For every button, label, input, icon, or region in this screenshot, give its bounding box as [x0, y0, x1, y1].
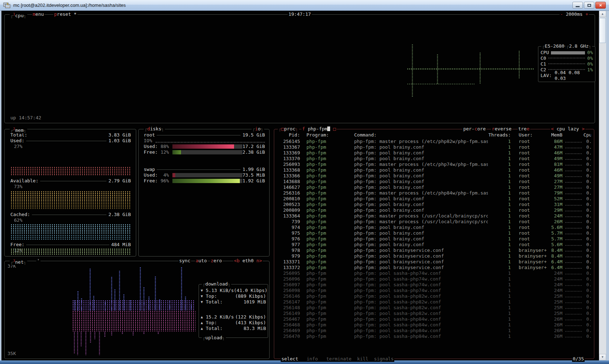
process-row[interactable]: 256468php-fpmphp-fpm: pool sasha-php84w.… — [278, 322, 591, 328]
signals-action[interactable]: signals — [374, 356, 394, 361]
process-row[interactable]: 133369php-fpmphp-fpm: pool brainy.conf1r… — [278, 150, 591, 156]
preset-button[interactable]: preset * — [53, 11, 77, 17]
process-row[interactable]: 143688php-fpmphp-fpm: pool brainy.conf1r… — [278, 179, 591, 185]
sort-left-button[interactable]: < — [551, 126, 554, 131]
cpu-graph-baseline — [407, 68, 534, 70]
process-row[interactable]: 256149php-fpmphp-fpm: pool sasha-php82w.… — [278, 311, 591, 316]
interval-minus-button[interactable]: - — [560, 11, 563, 17]
process-filter[interactable]: f php-fpm □ — [301, 126, 337, 132]
swap-free-row: Free: 96% 1.92 GiB — [144, 178, 265, 184]
process-row[interactable]: 256097php-fpmphp-fpm: pool sasha-php74w.… — [278, 282, 591, 288]
process-row[interactable]: 974php-fpmphp-fpm: pool brainy.conf1root… — [278, 225, 591, 230]
divider — [26, 141, 106, 141]
disks-panel-title[interactable]: disks — [144, 126, 165, 132]
sort-right-button[interactable]: > — [582, 126, 585, 131]
scroll-up-button[interactable]: ▲ — [599, 11, 606, 17]
process-row[interactable]: 256147php-fpmphp-fpm: pool sasha-php82w.… — [278, 299, 591, 305]
zero-button[interactable]: zero — [210, 258, 223, 264]
process-row[interactable]: 256469php-fpmphp-fpm: pool sasha-php84w.… — [278, 328, 591, 334]
clock: 19:47:17 — [288, 11, 312, 17]
device-name: eth0 — [242, 258, 253, 263]
cpu-panel-title[interactable]: 1cpu — [10, 11, 27, 19]
upload-total-row: ▲ Total: 83.3 MiB — [199, 326, 268, 331]
filter-input[interactable]: php-fpm — [308, 126, 328, 131]
sync-button[interactable]: sync — [179, 258, 191, 264]
proc-panel-title[interactable]: □proc — [278, 126, 299, 132]
select-action[interactable]: select — [281, 356, 298, 361]
process-row[interactable]: 256145php-fpmphp-fpm: master process (/e… — [278, 139, 591, 144]
process-row[interactable]: 256148php-fpmphp-fpm: pool sasha-php82w.… — [278, 305, 591, 311]
process-row[interactable]: 979php-fpmphp-fpm: pool brainyservice.co… — [278, 253, 591, 259]
process-table-header[interactable]: Pid: Program: Command: Threads: User: Me… — [278, 132, 591, 138]
divider — [157, 169, 241, 170]
process-row[interactable]: 256470php-fpmphp-fpm: pool sasha-php84w.… — [278, 334, 591, 339]
column-program[interactable]: Program: — [300, 132, 347, 138]
window-titlebar[interactable]: mc [root@a202.itdeveloper.com.ua]:/home/… — [0, 0, 609, 11]
net-panel: 3net ' sync auto zero <b eth0 n> 37K 35K… — [4, 261, 270, 359]
upload-graph-spike — [73, 331, 75, 354]
maximize-button[interactable] — [584, 2, 594, 9]
close-icon: × — [599, 3, 602, 8]
process-row[interactable]: 200810php-fpmphp-fpm: pool brainy.conf1r… — [278, 196, 591, 202]
mem-panel-title[interactable]: 2mem — [10, 126, 27, 133]
column-memb[interactable]: MemB — [547, 132, 562, 138]
menu-button[interactable]: menu — [32, 11, 44, 17]
process-row[interactable]: 133367php-fpmphp-fpm: pool brainy.conf1r… — [278, 144, 591, 150]
column-user[interactable]: User: — [511, 132, 547, 138]
process-row[interactable]: 200523php-fpmphp-fpm: pool brainy.conf1r… — [278, 202, 591, 207]
terminal-screen: 1cpu menu preset * 19:47:17 - 2000ms + E… — [1, 11, 599, 360]
process-row[interactable]: 133364php-fpmphp-fpm: master process (/u… — [278, 213, 591, 219]
app-icon — [3, 2, 10, 9]
process-row[interactable]: 256096php-fpmphp-fpm: pool sasha-php74w.… — [278, 276, 591, 282]
column-graph-spacer — [562, 132, 583, 138]
auto-button[interactable]: auto — [195, 258, 208, 264]
scroll-down-button[interactable]: ▼ — [599, 354, 606, 360]
net-panel-title[interactable]: 3net — [10, 258, 27, 265]
process-row[interactable]: 978php-fpmphp-fpm: pool brainyservice.co… — [278, 248, 591, 253]
tree-toggle[interactable]: tree — [518, 126, 530, 132]
cpu-info-box: E5-2680 2.8 GHz CPU 0% C0 0% C1 0% — [538, 46, 595, 82]
process-row[interactable]: 133368php-fpmphp-fpm: pool brainy.conf1r… — [278, 167, 591, 173]
process-row[interactable]: 133371php-fpmphp-fpm: pool brainyservice… — [278, 259, 591, 265]
upload-top-row: ▲ Top: (413 Kibps) — [199, 320, 268, 326]
process-row[interactable]: 739php-fpmphp-fpm: master process (/usr/… — [278, 219, 591, 225]
column-command[interactable]: Command: — [347, 132, 488, 138]
process-row[interactable]: 133366php-fpmphp-fpm: pool brainy.conf1r… — [278, 173, 591, 179]
upload-title: upload — [202, 335, 226, 341]
process-row[interactable]: 256146php-fpmphp-fpm: pool sasha-php82w.… — [278, 293, 591, 299]
process-row[interactable]: 256316php-fpmphp-fpm: master process (/e… — [278, 190, 591, 196]
process-row[interactable]: 976php-fpmphp-fpm: pool brainy.conf1root… — [278, 236, 591, 242]
process-row[interactable]: 256098php-fpmphp-fpm: pool sasha-php74w.… — [278, 288, 591, 293]
divider — [26, 245, 109, 245]
column-threads[interactable]: Threads: — [488, 132, 511, 138]
close-button[interactable]: × — [595, 2, 606, 9]
prev-device-button[interactable]: <b — [234, 258, 240, 263]
scrollbar[interactable]: ▲ ▼ — [599, 11, 606, 360]
minimize-button[interactable] — [572, 2, 583, 9]
scrollbar-thumb[interactable] — [599, 18, 606, 43]
column-cpu[interactable]: Cpu% — [583, 132, 591, 138]
column-pid[interactable]: Pid: — [278, 132, 300, 138]
process-row[interactable]: 256467php-fpmphp-fpm: pool sasha-php84w.… — [278, 316, 591, 322]
uptime-label: up 14:57:42 — [10, 115, 41, 121]
kill-action[interactable]: kill — [357, 356, 368, 361]
process-row[interactable]: 256093php-fpmphp-fpm: master process (/e… — [278, 162, 591, 167]
mem-used-graph — [10, 167, 131, 176]
process-row[interactable]: 146627php-fpmphp-fpm: pool brainy.conf1r… — [278, 185, 591, 190]
process-row[interactable]: 256095php-fpmphp-fpm: pool sasha-php74w.… — [278, 270, 591, 276]
io-mode-button[interactable]: io — [252, 126, 264, 132]
interval-plus-button[interactable]: + — [585, 11, 588, 17]
process-row[interactable]: 975php-fpmphp-fpm: pool brainy.conf1root… — [278, 230, 591, 236]
terminate-action[interactable]: terminate — [326, 356, 351, 361]
filter-clear-button[interactable]: □ — [333, 126, 336, 131]
process-row[interactable]: 977php-fpmphp-fpm: pool brainy.conf1root… — [278, 242, 591, 248]
process-row[interactable]: 133370php-fpmphp-fpm: pool brainy.conf1r… — [278, 156, 591, 162]
mem-available-row: Available: 2.79 GiB — [10, 178, 131, 184]
next-device-button[interactable]: n> — [256, 258, 262, 263]
info-action[interactable]: info — [306, 356, 318, 361]
reverse-toggle[interactable]: reverse — [491, 126, 512, 132]
window-title: mc [root@a202.itdeveloper.com.ua]:/home/… — [13, 3, 126, 8]
per-core-toggle[interactable]: per-core — [462, 126, 486, 132]
process-row[interactable]: 133372php-fpmphp-fpm: pool brainyservice… — [278, 265, 591, 270]
process-row[interactable]: 200809php-fpmphp-fpm: pool brainy.conf1r… — [278, 207, 591, 213]
